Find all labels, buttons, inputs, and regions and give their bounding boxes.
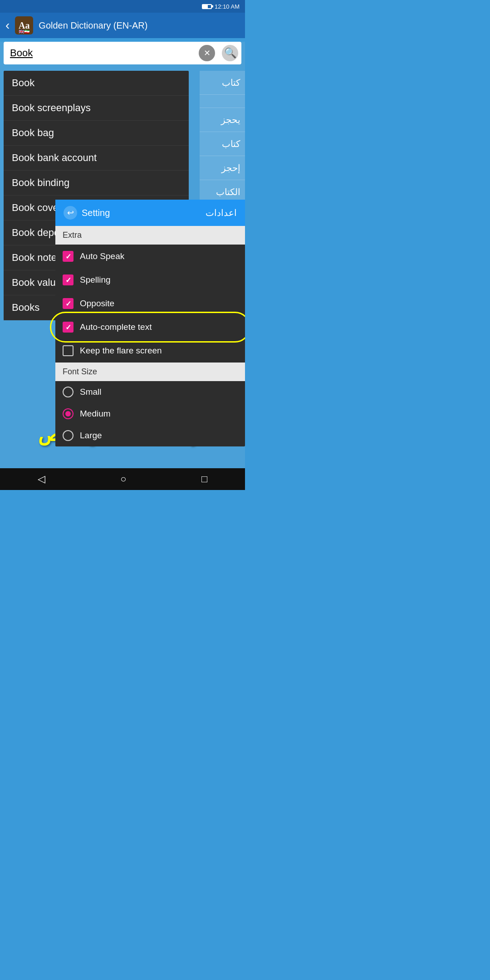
radio-medium[interactable]: Medium — [55, 403, 245, 425]
dropdown-item-0[interactable]: Book — [4, 71, 189, 96]
radio-small[interactable]: Small — [55, 381, 245, 403]
dropdown-item-4[interactable]: Book binding — [4, 171, 189, 196]
search-input[interactable] — [4, 42, 199, 64]
arabic-list: كتاب يحجز كتاب إحجز الكتاب — [200, 71, 245, 204]
setting-auto-complete[interactable]: Auto-complete text — [55, 315, 245, 339]
setting-back-button[interactable]: ↩ — [64, 206, 77, 220]
header-back-button[interactable]: ‹ — [5, 18, 10, 33]
opposite-label: Opposite — [80, 299, 114, 309]
dropdown-item-3[interactable]: Book bank account — [4, 146, 189, 171]
setting-header: ↩ Setting اعدادات — [55, 200, 245, 226]
arabic-item-3: يحجز — [200, 108, 245, 132]
dropdown-item-2[interactable]: Book bag — [4, 121, 189, 146]
status-bar: 12:10 AM — [0, 0, 245, 13]
clear-button[interactable]: ✕ — [199, 45, 215, 61]
auto-speak-label: Auto Speak — [80, 251, 124, 261]
status-time: 12:10 AM — [215, 3, 240, 10]
main-content: ✕ 🔍 كتاب يحجز كتاب إحجز الكتاب Book Book… — [0, 42, 245, 472]
setting-keep-flare[interactable]: Keep the flare screen — [55, 339, 245, 363]
radio-large-label: Large — [80, 431, 102, 441]
auto-complete-label: Auto-complete text — [80, 322, 152, 332]
app-title: Golden Dictionary (EN-AR) — [39, 20, 147, 31]
setting-spelling[interactable]: Spelling — [55, 268, 245, 292]
keep-flare-label: Keep the flare screen — [80, 346, 162, 356]
font-size-label: Font Size — [55, 363, 245, 381]
dropdown-item-1[interactable]: Book screenplays — [4, 96, 189, 121]
radio-medium-label: Medium — [80, 409, 111, 419]
arabic-item-1: كتاب — [200, 71, 245, 95]
nav-bar: ◁ ○ □ — [0, 468, 245, 490]
keep-flare-checkbox[interactable] — [63, 345, 74, 356]
app-icon-flags: 🇬🇧🇮🇷 — [15, 29, 33, 34]
opposite-checkbox[interactable] — [63, 298, 74, 309]
setting-opposite[interactable]: Opposite — [55, 292, 245, 315]
arabic-item-5: إحجز — [200, 156, 245, 180]
setting-header-left: ↩ Setting — [64, 206, 110, 220]
app-header: ‹ Aa 🇬🇧🇮🇷 Golden Dictionary (EN-AR) — [0, 13, 245, 38]
nav-back-button[interactable]: ◁ — [38, 473, 45, 485]
search-icon-button[interactable]: 🔍 — [219, 42, 241, 64]
radio-small-label: Small — [80, 387, 102, 397]
magnify-glass: 🔍 — [222, 45, 238, 61]
auto-speak-checkbox[interactable] — [63, 251, 74, 262]
app-icon: Aa 🇬🇧🇮🇷 — [15, 16, 33, 34]
battery-icon — [202, 4, 212, 9]
radio-large-btn[interactable] — [63, 430, 74, 441]
arabic-item-2 — [200, 95, 245, 108]
spelling-checkbox[interactable] — [63, 274, 74, 285]
auto-complete-checkbox[interactable] — [63, 322, 74, 333]
spelling-label: Spelling — [80, 275, 111, 285]
search-container: ✕ 🔍 — [4, 42, 241, 64]
radio-large[interactable]: Large — [55, 425, 245, 446]
nav-home-button[interactable]: ○ — [120, 473, 126, 485]
nav-recent-button[interactable]: □ — [201, 473, 207, 485]
setting-panel: ↩ Setting اعدادات Extra Auto Speak Spell… — [55, 200, 245, 446]
setting-auto-speak[interactable]: Auto Speak — [55, 245, 245, 268]
radio-small-btn[interactable] — [63, 387, 74, 397]
arabic-item-4: كتاب — [200, 132, 245, 156]
radio-medium-btn[interactable] — [63, 408, 74, 419]
setting-title: Setting — [82, 208, 110, 218]
setting-title-arabic: اعدادات — [206, 207, 237, 218]
extra-label: Extra — [55, 226, 245, 245]
